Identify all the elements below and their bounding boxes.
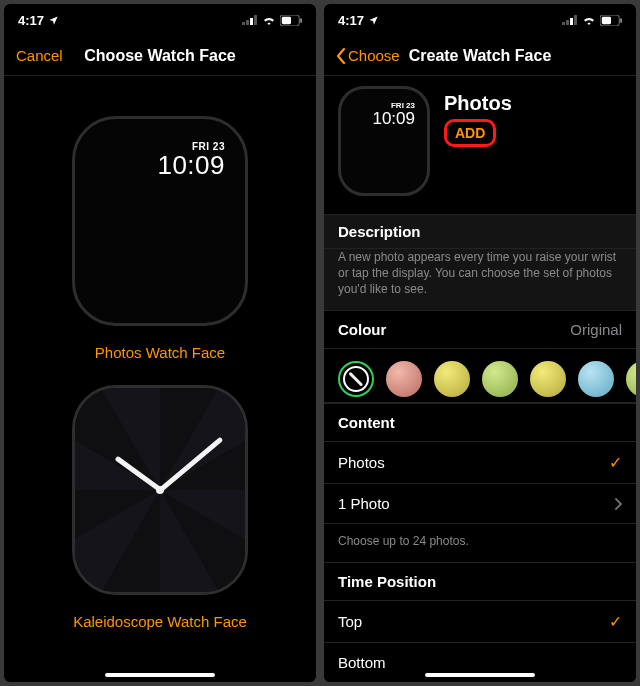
wifi-icon [262,15,276,25]
home-indicator[interactable] [105,673,215,677]
hero: FRI 23 10:09 Photos ADD [324,76,636,214]
content-row-1-photo[interactable]: 1 Photo [324,484,636,524]
analog-hands [75,388,245,592]
nav-title: Choose Watch Face [84,47,235,65]
colour-swatch-original[interactable] [338,361,374,397]
colour-swatch[interactable] [482,361,518,397]
checkmark-icon: ✓ [609,612,622,631]
row-label: Bottom [338,654,386,671]
time-position-row-top[interactable]: Top ✓ [324,601,636,643]
row-label: Top [338,613,362,630]
time-position-header: Time Position [324,562,636,601]
wifi-icon [582,15,596,25]
status-bar: 4:17 [324,4,636,36]
cellular-signal-icon [562,15,578,25]
colour-selected: Original [570,321,622,338]
back-button[interactable]: Choose [336,47,400,64]
screen-choose-watch-face: 4:17 Cancel Choose Watch Face FRI 23 [4,4,316,682]
description-text: A new photo appears every time you raise… [324,249,636,310]
preview-time: 10:09 [372,109,415,129]
cellular-signal-icon [242,15,258,25]
nav-title: Create Watch Face [409,47,552,65]
nav-bar: Choose Create Watch Face [324,36,636,76]
colour-swatch[interactable] [626,361,636,397]
chevron-left-icon [336,48,346,64]
photos-watch-face-preview[interactable]: FRI 23 10:09 [72,116,248,326]
row-label: 1 Photo [338,495,390,512]
content-note: Choose up to 24 photos. [324,524,636,562]
status-bar: 4:17 [4,4,316,36]
svg-rect-7 [562,22,565,25]
face-name: Photos [444,92,512,115]
cancel-label: Cancel [16,47,63,64]
statusbar-time: 4:17 [338,13,364,28]
content-row-photos[interactable]: Photos ✓ [324,442,636,484]
colour-swatch[interactable] [434,361,470,397]
location-icon [368,15,379,26]
checkmark-icon: ✓ [609,453,622,472]
nav-bar: Cancel Choose Watch Face [4,36,316,76]
svg-rect-1 [246,20,249,25]
colour-swatches[interactable] [324,349,636,403]
svg-rect-12 [602,16,611,23]
svg-rect-5 [282,16,291,23]
content-header: Content [324,403,636,442]
screen-create-watch-face: 4:17 Choose Create Watch Face [324,4,636,682]
chevron-right-icon [614,498,622,510]
watch-face-preview: FRI 23 10:09 [338,86,430,196]
row-label: Photos [338,454,385,471]
svg-rect-3 [254,15,257,25]
preview-time: 10:09 [157,150,225,181]
svg-rect-6 [300,18,302,23]
location-icon [48,15,59,26]
add-button[interactable]: ADD [444,119,496,147]
battery-icon [280,15,302,26]
colour-header-row: Colour Original [324,310,636,349]
svg-rect-9 [570,18,573,25]
content-header-label: Content [338,414,395,431]
colour-header: Colour [338,321,386,338]
svg-rect-8 [566,20,569,25]
svg-rect-0 [242,22,245,25]
kaleidoscope-watch-face-label[interactable]: Kaleidoscope Watch Face [73,613,247,630]
svg-rect-13 [620,18,622,23]
cancel-button[interactable]: Cancel [16,47,63,64]
colour-swatch[interactable] [386,361,422,397]
watch-face-list: FRI 23 10:09 Photos Watch Face Kaleidosc… [4,76,316,682]
detail-scroll[interactable]: FRI 23 10:09 Photos ADD Description A ne… [324,76,636,682]
colour-swatch[interactable] [578,361,614,397]
svg-rect-2 [250,18,253,25]
battery-icon [600,15,622,26]
photos-watch-face-label[interactable]: Photos Watch Face [95,344,225,361]
svg-rect-10 [574,15,577,25]
kaleidoscope-watch-face-preview[interactable] [72,385,248,595]
time-position-header-label: Time Position [338,573,436,590]
statusbar-time: 4:17 [18,13,44,28]
colour-swatch[interactable] [530,361,566,397]
back-label: Choose [348,47,400,64]
description-header: Description [324,214,636,249]
home-indicator[interactable] [425,673,535,677]
